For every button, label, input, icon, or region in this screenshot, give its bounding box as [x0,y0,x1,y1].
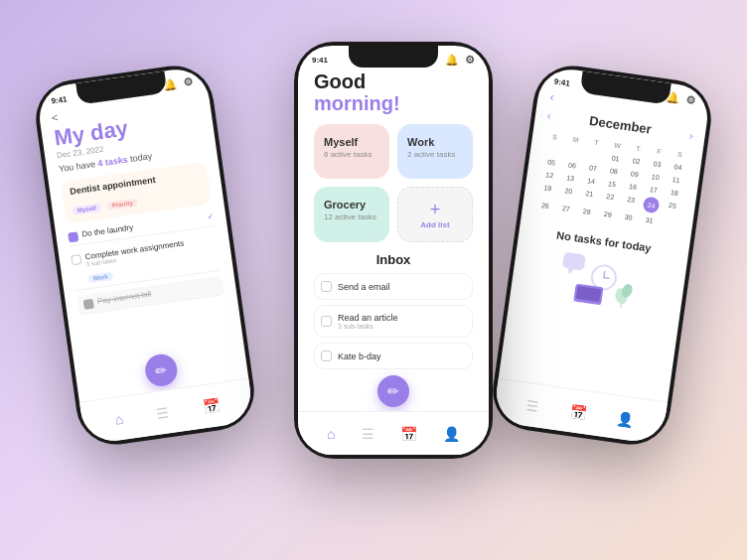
cat-tasks-myself: 6 active tasks [324,150,379,159]
phone-left: 9:41 🔔 ⚙ < My day Dec 23, 2022 You have … [31,61,259,449]
inbox-sub-2: 3 sub-tasks [338,323,398,330]
phone-center: 9:41 🔔 ⚙ Good morning! Myself 6 active t… [294,42,493,459]
cal-cell[interactable]: 04 [667,160,688,174]
cal-cell[interactable]: 02 [625,154,647,168]
cal-prev[interactable]: ‹ [546,109,551,121]
cal-cell[interactable]: 20 [556,184,579,203]
cal-cell[interactable]: 17 [643,183,665,197]
cal-cell[interactable]: 22 [598,190,621,209]
cal-cell[interactable]: 21 [577,187,600,206]
svg-line-3 [604,272,605,278]
nav-cal-left[interactable]: 📅 [202,397,221,415]
cat-name-myself: Myself [324,136,379,148]
cal-cell[interactable]: 27 [555,202,577,215]
cal-cell[interactable]: 14 [580,174,602,188]
phones-container: 9:41 🔔 ⚙ < My day Dec 23, 2022 You have … [26,22,721,538]
phone-right-screen: 9:41 🔔 ⚙ ‹ ‹ December › S [493,66,712,445]
nav-person-center[interactable]: 👤 [443,426,460,442]
checkbox-laundry[interactable] [68,231,78,242]
svg-marker-1 [567,268,574,275]
cal-cell[interactable]: 19 [536,181,559,200]
cal-cell[interactable]: 08 [603,164,625,178]
calendar-grid: S M T W T F S 01 02 [534,130,691,230]
illustration-svg [555,249,641,310]
time-left: 9:41 [51,94,68,105]
cal-h-w: W [606,139,628,153]
cal-cell[interactable]: 15 [601,177,623,191]
cal-cell[interactable]: 29 [597,208,619,221]
inbox-check-3[interactable] [321,350,332,361]
cal-today[interactable]: 24 [643,196,661,213]
svg-line-7 [621,303,622,308]
gear-icon-right: ⚙ [685,93,697,107]
greeting-good: Good [314,70,366,92]
cal-cell[interactable]: 01 [604,152,626,166]
category-grocery[interactable]: Grocery 12 active tasks [314,187,389,242]
cal-cell[interactable]: 16 [622,180,644,194]
notch-center [349,46,438,68]
cal-cell[interactable]: 03 [646,157,668,171]
cal-cell[interactable]: 13 [559,171,581,185]
nav-home-left[interactable]: ⌂ [114,410,125,427]
cat-tasks-work: 2 active tasks [407,150,463,159]
cal-month: December [588,113,652,137]
bell-icon-center: 🔔 [445,54,459,67]
greeting-morning: morning! [314,92,400,114]
fab-center[interactable]: ✏ [377,375,409,407]
phone-left-screen: 9:41 🔔 ⚙ < My day Dec 23, 2022 You have … [36,66,255,445]
cal-cell[interactable]: 25 [661,199,683,217]
cal-cell[interactable]: 07 [582,161,604,175]
right-phone-content: ‹ December › S M T W T F S [496,101,706,422]
cal-h-m: M [564,133,586,147]
nav-home-center[interactable]: ⌂ [327,426,335,442]
nav-list-left[interactable]: ☰ [155,404,170,422]
time-center: 9:41 [312,56,328,65]
cal-h-t2: T [627,142,649,156]
cat-name-grocery: Grocery [324,199,379,210]
cal-cell[interactable]: 18 [664,186,685,200]
checkbox-internet[interactable] [83,299,94,310]
cal-cell[interactable]: 26 [534,199,556,212]
check-right: ✓ [207,211,215,221]
cal-next[interactable]: › [688,129,693,141]
inbox-check-2[interactable] [321,316,332,327]
gear-icon-center: ⚙ [465,54,475,67]
category-work[interactable]: Work 2 active tasks [397,124,473,179]
category-add[interactable]: + Add list [397,187,473,242]
svg-rect-0 [562,252,586,271]
cal-cell[interactable] [584,149,606,163]
category-grid: Myself 6 active tasks Work 2 active task… [314,124,473,242]
category-myself[interactable]: Myself 6 active tasks [314,124,389,179]
inbox-title: Inbox [314,252,473,267]
cat-tasks-grocery: 12 active tasks [324,212,379,221]
nav-list-center[interactable]: ☰ [362,426,374,442]
cal-h-s2: S [669,147,690,161]
bottom-nav-center: ⌂ ☰ 📅 👤 [298,411,489,455]
cal-cell[interactable]: 11 [665,173,686,187]
cal-cell[interactable]: 10 [645,170,667,184]
inbox-check-1[interactable] [321,281,332,292]
add-list-label: Add list [420,220,449,229]
cal-cell[interactable]: 12 [538,168,560,182]
nav-person-right[interactable]: 👤 [616,409,635,427]
cal-cell[interactable]: 05 [540,156,562,170]
cat-name-work: Work [407,136,463,148]
cal-cell[interactable]: 09 [624,167,646,181]
inbox-text-1: Send a email [338,282,390,292]
cal-cell[interactable] [659,216,680,230]
inbox-item-1[interactable]: Send a email [314,273,473,300]
inbox-item-3[interactable]: Kate b-day [314,343,473,369]
illustration [522,245,674,319]
cal-cell[interactable]: 31 [638,213,660,227]
nav-cal-center[interactable]: 📅 [400,426,417,442]
nav-cal-right[interactable]: 📅 [568,403,587,421]
checkbox-work[interactable] [71,254,81,265]
inbox-item-2[interactable]: Read an article 3 sub-tasks [314,305,473,338]
cal-cell[interactable]: 28 [576,205,598,218]
cal-cell[interactable] [542,143,564,157]
cal-cell[interactable] [563,146,585,160]
cal-cell[interactable]: 06 [561,159,583,173]
cal-cell[interactable]: 23 [619,193,642,211]
cal-cell[interactable]: 30 [617,210,639,224]
nav-list-right[interactable]: ☰ [525,396,540,414]
